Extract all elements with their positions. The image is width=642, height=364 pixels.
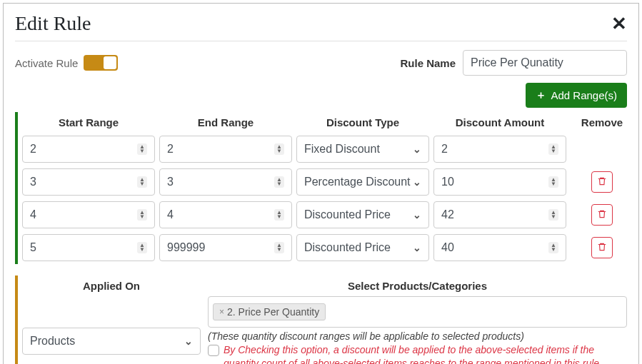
add-range-row: ＋ Add Range(s) (4, 83, 638, 112)
spinner-icon[interactable]: ▲▼ (137, 143, 147, 155)
remove-cell-empty (571, 136, 633, 163)
remove-cell (571, 234, 633, 261)
start-range-input[interactable]: 2▲▼ (22, 136, 155, 163)
discount-type-select[interactable]: Fixed Discount⌄ (296, 136, 429, 163)
discount-amount-input-value: 40 (441, 241, 454, 254)
applied-body: Products ⌄ × 2. Price Per Quantity (Thes… (22, 296, 627, 364)
spinner-icon[interactable]: ▲▼ (274, 143, 284, 155)
add-range-label: Add Range(s) (551, 89, 617, 101)
spinner-icon[interactable]: ▲▼ (274, 242, 284, 253)
rule-name-wrap: Rule Name (400, 50, 627, 76)
remove-cell (571, 201, 633, 228)
end-range-input[interactable]: 2▲▼ (159, 136, 292, 163)
end-range-input-value: 3 (167, 176, 174, 188)
chevron-down-icon: ⌄ (413, 143, 421, 155)
range-row: 3▲▼3▲▼Percentage Discount⌄10▲▼ (22, 166, 627, 198)
end-range-input[interactable]: 999999▲▼ (159, 234, 292, 261)
spinner-icon[interactable]: ▲▼ (274, 176, 284, 188)
activate-left: Activate Rule (15, 55, 118, 71)
applied-right: × 2. Price Per Quantity (These quantity … (208, 296, 627, 364)
applied-on-header: Applied On (22, 280, 201, 292)
chevron-down-icon: ⌄ (413, 242, 421, 253)
select-products-header: Select Products/Categories (208, 280, 627, 292)
discount-amount-input[interactable]: 40▲▼ (433, 234, 566, 261)
col-discount-amount: Discount Amount (433, 116, 566, 128)
range-row: 4▲▼4▲▼Discounted Price⌄42▲▼ (22, 198, 627, 231)
discount-type-select-value: Fixed Discount (304, 143, 380, 156)
spinner-icon[interactable]: ▲▼ (548, 242, 558, 253)
discount-amount-input-value: 42 (441, 208, 454, 221)
trash-icon (597, 209, 607, 221)
trash-icon (597, 242, 607, 254)
rule-name-input[interactable] (463, 50, 627, 76)
dialog-title: Edit Rule (15, 12, 91, 35)
discount-amount-input-value: 2 (441, 143, 448, 156)
col-discount-type: Discount Type (296, 116, 429, 128)
col-end-range: End Range (159, 116, 292, 128)
discount-type-select-value: Discounted Price (304, 241, 391, 254)
discount-type-select[interactable]: Percentage Discount⌄ (296, 168, 429, 196)
discount-type-select-value: Discounted Price (304, 208, 391, 221)
range-row: 2▲▼2▲▼Fixed Discount⌄2▲▼ (22, 133, 627, 166)
end-range-input-value: 4 (167, 208, 174, 221)
edit-rule-dialog: Edit Rule ✕ Activate Rule Rule Name ＋ Ad… (3, 3, 639, 364)
discount-amount-input[interactable]: 2▲▼ (433, 136, 566, 163)
toggle-knob (104, 56, 116, 69)
start-range-input[interactable]: 4▲▼ (22, 201, 155, 228)
col-start-range: Start Range (22, 116, 155, 128)
discount-type-select-value: Percentage Discount (304, 176, 411, 188)
close-icon[interactable]: ✕ (611, 14, 627, 33)
discount-amount-input[interactable]: 10▲▼ (433, 168, 566, 196)
add-range-button[interactable]: ＋ Add Range(s) (526, 83, 627, 108)
combined-quantity-checkbox[interactable] (208, 345, 219, 356)
combined-quantity-warning: By Checking this option, a discount will… (224, 343, 627, 364)
applied-header: Applied On Select Products/Categories (22, 275, 627, 296)
spinner-icon[interactable]: ▲▼ (548, 209, 558, 221)
discount-amount-input-value: 10 (441, 176, 454, 188)
start-range-input[interactable]: 3▲▼ (22, 168, 155, 196)
chevron-down-icon: ⌄ (413, 176, 421, 188)
discount-type-select[interactable]: Discounted Price⌄ (296, 234, 429, 261)
applied-left: Products ⌄ (22, 296, 201, 355)
chevron-down-icon: ⌄ (413, 209, 421, 221)
discount-type-select[interactable]: Discounted Price⌄ (296, 201, 429, 228)
chevron-down-icon: ⌄ (184, 335, 193, 347)
ranges-body: 2▲▼2▲▼Fixed Discount⌄2▲▼3▲▼3▲▼Percentage… (22, 133, 627, 264)
end-range-input[interactable]: 4▲▼ (159, 201, 292, 228)
products-multiselect[interactable]: × 2. Price Per Quantity (208, 296, 627, 328)
applied-block: Applied On Select Products/Categories Pr… (15, 275, 627, 364)
chip-label: 2. Price Per Quantity (227, 306, 319, 318)
selected-product-chip: × 2. Price Per Quantity (213, 303, 326, 320)
dialog-header: Edit Rule ✕ (4, 4, 638, 41)
spinner-icon[interactable]: ▲▼ (137, 242, 147, 253)
applied-on-select[interactable]: Products ⌄ (22, 328, 201, 355)
remove-range-button[interactable] (591, 237, 613, 258)
start-range-input-value: 4 (30, 208, 36, 221)
activate-row: Activate Rule Rule Name (4, 41, 638, 83)
col-remove: Remove (571, 116, 633, 128)
ranges-block: Start Range End Range Discount Type Disc… (15, 112, 627, 264)
start-range-input[interactable]: 5▲▼ (22, 234, 155, 261)
spinner-icon[interactable]: ▲▼ (274, 209, 284, 221)
applied-on-value: Products (30, 335, 75, 348)
chip-remove-icon[interactable]: × (219, 307, 224, 317)
end-range-input[interactable]: 3▲▼ (159, 168, 292, 196)
start-range-input-value: 5 (30, 241, 36, 254)
end-range-input-value: 2 (167, 143, 174, 156)
activate-rule-toggle[interactable] (84, 55, 118, 71)
spinner-icon[interactable]: ▲▼ (548, 176, 558, 188)
trash-icon (597, 176, 607, 188)
discount-amount-input[interactable]: 42▲▼ (433, 201, 566, 228)
applicability-note: (These quantity discount ranges will be … (208, 330, 627, 342)
start-range-input-value: 2 (30, 143, 36, 156)
ranges-header: Start Range End Range Discount Type Disc… (22, 112, 627, 133)
range-row: 5▲▼999999▲▼Discounted Price⌄40▲▼ (22, 231, 627, 264)
spinner-icon[interactable]: ▲▼ (137, 209, 147, 221)
remove-range-button[interactable] (591, 171, 613, 193)
end-range-input-value: 999999 (167, 241, 205, 254)
combined-quantity-row: By Checking this option, a discount will… (208, 343, 627, 364)
spinner-icon[interactable]: ▲▼ (137, 176, 147, 188)
spinner-icon[interactable]: ▲▼ (548, 143, 558, 155)
remove-range-button[interactable] (591, 204, 613, 226)
activate-rule-label: Activate Rule (15, 57, 78, 69)
